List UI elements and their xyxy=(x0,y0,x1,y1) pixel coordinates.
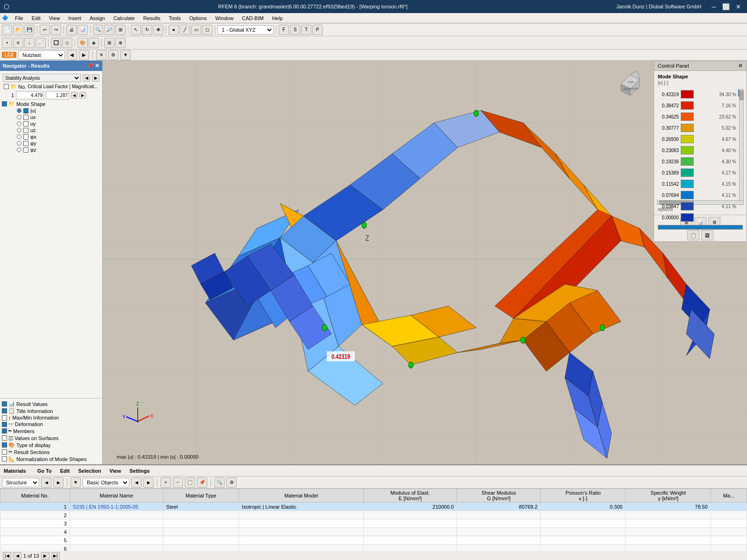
tbl-add[interactable]: + xyxy=(161,477,171,488)
table-row[interactable]: 2 xyxy=(0,511,747,519)
tb-surface[interactable]: ◻ xyxy=(202,25,212,35)
lc-add[interactable]: ✕ xyxy=(96,50,106,60)
tb-top[interactable]: T xyxy=(301,25,311,35)
nav-mode-uz[interactable]: uz xyxy=(15,127,102,133)
nav-mode-phiz[interactable]: φz xyxy=(15,147,102,153)
nav-cube-svg[interactable]: TOP FRONT RIGHT xyxy=(612,65,649,103)
nav-norm-modes[interactable]: 📐 Normalization of Mode Shapes xyxy=(0,455,102,462)
table-row[interactable]: 4 xyxy=(0,528,747,536)
page-first[interactable]: |◀ xyxy=(3,552,11,560)
menu-file[interactable]: File xyxy=(11,14,27,22)
materials-table[interactable]: Material No. Material Name Material Type… xyxy=(0,489,747,551)
nav-maxmin[interactable]: ↕ Max/Min Information xyxy=(0,414,102,421)
tb-snap-point[interactable]: ⊕ xyxy=(115,38,126,48)
tb-color-surfaces[interactable]: 🎨 xyxy=(78,38,88,48)
tb-undo[interactable]: ↩ xyxy=(40,25,50,35)
menu-window[interactable]: Window xyxy=(211,14,237,22)
tb-open[interactable]: 📂 xyxy=(13,25,23,35)
menu-edit[interactable]: Edit xyxy=(28,14,44,22)
table-row[interactable]: 3 xyxy=(0,519,747,528)
tb-node[interactable]: ● xyxy=(169,25,179,35)
tb-display-mode[interactable]: 🔲 xyxy=(51,38,61,48)
nav-selection[interactable]: Selection xyxy=(74,467,105,475)
td-name-6[interactable] xyxy=(70,545,163,551)
tb-redo[interactable]: ↪ xyxy=(51,25,61,35)
nav-mode-u[interactable]: |u| xyxy=(15,107,102,114)
scrollbar-thumb[interactable] xyxy=(740,91,743,100)
tb-line[interactable]: ╱ xyxy=(180,25,190,35)
nav-mode-ux[interactable]: ux xyxy=(15,114,102,120)
nav-values-surfaces[interactable]: ◫ Values on Surfaces xyxy=(0,434,102,441)
page-last[interactable]: ▶| xyxy=(51,552,60,560)
td-name-2[interactable] xyxy=(70,511,163,519)
td-name-4[interactable] xyxy=(70,528,163,536)
nav-settings[interactable]: Settings xyxy=(126,467,153,475)
tb-display-loads[interactable]: ↓ xyxy=(24,38,35,48)
lc-prev[interactable]: ◀ xyxy=(67,50,77,60)
tbl-objs-next[interactable]: ▶ xyxy=(143,477,154,488)
tb-zoom-in[interactable]: 🔍 xyxy=(93,25,103,35)
table-row[interactable]: 1 S235 | EN 1993-1-1:2005-05 Steel Isotr… xyxy=(0,503,747,511)
close-button[interactable]: ✕ xyxy=(733,1,743,12)
cp-close-button[interactable]: ✕ xyxy=(738,63,743,69)
tb-persp[interactable]: P xyxy=(312,25,323,35)
tb-snap-grid[interactable]: ⊞ xyxy=(104,38,114,48)
table-row[interactable]: 5 xyxy=(0,536,747,545)
td-name-1[interactable]: S235 | EN 1993-1-1:2005-05 xyxy=(70,503,163,511)
menu-calculate[interactable]: Calculate xyxy=(110,14,139,22)
nav-mode-uy[interactable]: uy xyxy=(15,120,102,127)
val-next[interactable]: ▶ xyxy=(79,92,86,98)
nav-edit[interactable]: Edit xyxy=(56,467,74,475)
menu-help[interactable]: Help xyxy=(268,14,287,22)
restore-button[interactable]: ⬜ xyxy=(721,1,731,12)
nav-pin-button[interactable]: 📌 xyxy=(87,63,94,69)
structure-combo[interactable]: Structure xyxy=(2,478,39,487)
tbl-next[interactable]: ▶ xyxy=(53,477,63,488)
tb-display-nodes[interactable]: • xyxy=(2,38,12,48)
tb-fit[interactable]: ⊞ xyxy=(115,25,126,35)
tb-wireframe[interactable]: ◇ xyxy=(62,38,72,48)
tb-transparency[interactable]: ◈ xyxy=(89,38,99,48)
nav-view[interactable]: View xyxy=(106,467,125,475)
menu-assign[interactable]: Assign xyxy=(86,14,109,22)
nav-type-display[interactable]: 🎨 Type of display xyxy=(0,441,102,448)
tbl-col-settings[interactable]: ⚙ xyxy=(226,477,237,488)
td-name-5[interactable] xyxy=(70,536,163,545)
nav-mode-shape-row[interactable]: 📁 Mode Shape xyxy=(0,100,102,107)
color-scrollbar[interactable] xyxy=(739,89,744,201)
nav-title-info[interactable]: 📋 Title Information xyxy=(0,407,102,414)
tbl-search[interactable]: 🔍 xyxy=(214,477,225,488)
nav-cube[interactable]: TOP FRONT RIGHT xyxy=(612,65,649,103)
cp-btn-export-img[interactable]: 🖼 xyxy=(701,230,713,240)
val-prev[interactable]: ◀ xyxy=(71,92,78,98)
tb-member[interactable]: ▭ xyxy=(191,25,201,35)
nav-deformation[interactable]: 〰 Deformation xyxy=(0,421,102,427)
lc-filter[interactable]: ▼ xyxy=(120,50,131,60)
tbl-copy[interactable]: 📋 xyxy=(185,477,195,488)
page-prev[interactable]: ◀ xyxy=(13,552,21,560)
tb-move[interactable]: ✥ xyxy=(153,25,163,35)
objects-combo[interactable]: Basic Objects xyxy=(83,478,129,487)
app-menu-icon[interactable]: 🔷 xyxy=(2,15,8,21)
tb-display-members[interactable]: ≡ xyxy=(13,38,23,48)
menu-cadbim[interactable]: CAD-BIM xyxy=(238,14,267,22)
tbl-filter[interactable]: ▼ xyxy=(70,477,81,488)
nav-next-btn[interactable]: ▶ xyxy=(92,74,99,82)
tb-rotate[interactable]: ↻ xyxy=(142,25,152,35)
nav-result-sections[interactable]: ✂ Result Sections xyxy=(0,448,102,455)
tbl-paste[interactable]: 📌 xyxy=(197,477,207,488)
td-name-3[interactable] xyxy=(70,519,163,528)
menu-tools[interactable]: Tools xyxy=(165,14,184,22)
table-row[interactable]: 6 xyxy=(0,545,747,551)
tb-zoom-out[interactable]: 🔎 xyxy=(104,25,114,35)
tb-new[interactable]: 📄 xyxy=(2,25,12,35)
menu-insert[interactable]: Insert xyxy=(64,14,85,22)
minimize-button[interactable]: ─ xyxy=(709,1,719,12)
tb-display-results[interactable]: 📈 xyxy=(35,38,46,48)
tb-side[interactable]: S xyxy=(290,25,300,35)
menu-results[interactable]: Results xyxy=(140,14,164,22)
tb-export[interactable]: 📊 xyxy=(78,25,88,35)
tb-print[interactable]: 🖨 xyxy=(66,25,77,35)
tbl-objs-prev[interactable]: ◀ xyxy=(131,477,141,488)
nav-close-button[interactable]: ✕ xyxy=(95,63,99,69)
